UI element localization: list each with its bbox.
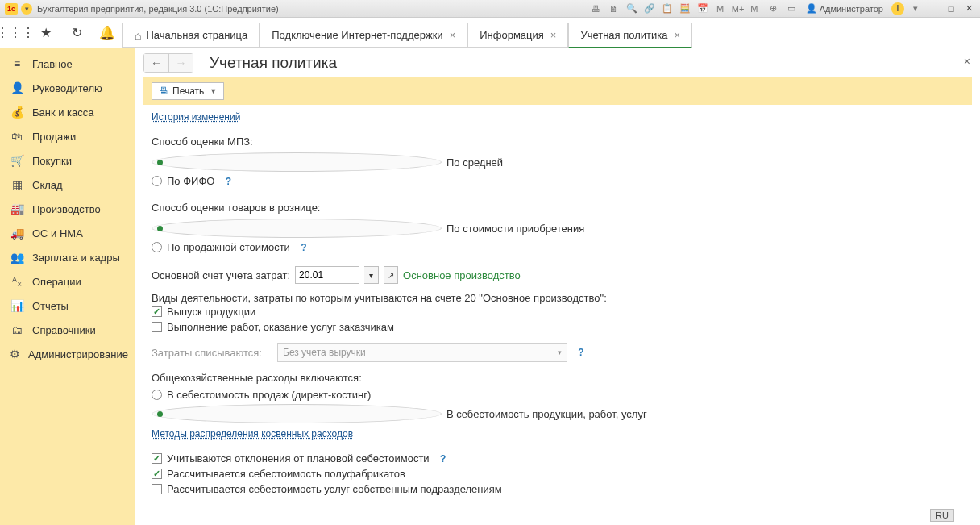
history-link[interactable]: История изменений — [152, 111, 240, 123]
m-icon[interactable]: М — [714, 2, 727, 15]
chevron-down-icon: ▼ — [210, 87, 217, 95]
checkbox-icon — [152, 453, 162, 464]
writeoff-label: Затраты списываются: — [152, 347, 272, 359]
notifications-icon[interactable]: 🔔 — [92, 18, 122, 48]
calendar-icon[interactable]: 📅 — [696, 2, 709, 15]
sidebar: ≡Главное 👤Руководителю 💰Банк и касса 🛍Пр… — [0, 48, 135, 525]
close-button[interactable]: ✕ — [962, 3, 975, 15]
checkbox-services[interactable]: Выполнение работ, оказание услуг заказчи… — [152, 319, 964, 335]
help-icon[interactable]: ? — [438, 453, 449, 465]
radio-icon — [152, 152, 442, 172]
dropdown-button[interactable]: ▾ — [364, 266, 379, 284]
writeoff-select[interactable]: Без учета выручки ▾ — [277, 343, 567, 362]
radio-label: По стоимости приобретения — [446, 223, 584, 235]
sidebar-item-directories[interactable]: 🗂Справочники — [0, 318, 135, 342]
sidebar-item-operations[interactable]: ᴬₓОперации — [0, 269, 135, 294]
content-header: ← → Учетная политика × — [135, 48, 980, 77]
help-icon[interactable]: ? — [222, 176, 234, 187]
account-label: Основной счет учета затрат: — [152, 269, 290, 281]
home-icon: ⌂ — [135, 29, 141, 42]
help-icon[interactable]: ? — [575, 347, 587, 358]
user-menu[interactable]: 👤 Администратор — [806, 3, 883, 14]
tab-close-icon[interactable]: × — [550, 29, 557, 41]
user-label: Администратор — [820, 4, 883, 14]
info-dropdown[interactable]: ▾ — [909, 2, 922, 15]
content: ← → Учетная политика × 🖶 Печать ▼ Истори… — [135, 48, 980, 525]
radio-overhead-direct[interactable]: В себестоимость продаж (директ-костинг) — [152, 387, 964, 402]
manager-icon: 👤 — [10, 81, 24, 94]
info-icon[interactable]: i — [891, 2, 904, 15]
radio-retail-sale[interactable]: По продажной стоимости? — [152, 240, 964, 255]
radio-label: В себестоимость продукции, работ, услуг — [446, 408, 647, 420]
m-plus-icon[interactable]: М+ — [732, 2, 745, 15]
indirect-link[interactable]: Методы распределения косвенных расходов — [152, 428, 353, 440]
sidebar-item-salary[interactable]: 👥Зарплата и кадры — [0, 245, 135, 269]
doc-icon[interactable]: 🗎 — [608, 2, 621, 15]
sidebar-label: Руководителю — [32, 82, 102, 94]
radio-mpz-average[interactable]: По средней — [152, 151, 964, 173]
clipboard-icon[interactable]: 📋 — [661, 2, 674, 15]
tab-info[interactable]: Информация × — [467, 23, 568, 48]
sidebar-item-main[interactable]: ≡Главное — [0, 52, 135, 76]
language-indicator: RU — [930, 509, 954, 522]
radio-label: По средней — [446, 156, 503, 169]
checkbox-release[interactable]: Выпуск продукции — [152, 304, 964, 319]
back-button[interactable]: ← — [144, 54, 168, 72]
window-title: Бухгалтерия предприятия, редакция 3.0 (1… — [37, 4, 279, 14]
tab-close-icon[interactable]: × — [675, 29, 681, 41]
tab-home[interactable]: ⌂ Начальная страница — [122, 23, 260, 48]
page-title: Учетная политика — [210, 54, 337, 72]
print-label: Печать — [172, 85, 204, 97]
truck-icon: 🚚 — [10, 227, 24, 240]
print-icon[interactable]: 🖶 — [590, 2, 603, 15]
gear-icon: ⚙ — [10, 348, 20, 360]
checkbox-semifinished[interactable]: Рассчитывается себестоимость полуфабрика… — [152, 466, 964, 481]
sidebar-item-assets[interactable]: 🚚ОС и НМА — [0, 221, 135, 245]
print-button[interactable]: 🖶 Печать ▼ — [152, 82, 224, 100]
forward-button[interactable]: → — [168, 54, 193, 72]
sidebar-item-sales[interactable]: 🛍Продажи — [0, 124, 135, 148]
m-minus-icon[interactable]: М- — [750, 2, 762, 15]
sidebar-item-admin[interactable]: ⚙Администрирование — [0, 342, 135, 366]
apps-icon[interactable]: ⋮⋮⋮ — [0, 18, 31, 48]
search-icon[interactable]: 🔍 — [625, 2, 638, 15]
zoom-icon[interactable]: ⊕ — [767, 2, 780, 15]
sidebar-item-manager[interactable]: 👤Руководителю — [0, 76, 135, 100]
radio-label: По ФИФО — [167, 175, 214, 187]
tab-accounting-policy[interactable]: Учетная политика × — [568, 23, 692, 48]
radio-icon — [152, 404, 442, 423]
tab-label: Подключение Интернет-поддержки — [272, 29, 442, 41]
tab-internet-support[interactable]: Подключение Интернет-поддержки × — [260, 23, 467, 48]
panel-close-icon[interactable]: × — [964, 55, 970, 68]
sidebar-item-reports[interactable]: 📊Отчеты — [0, 294, 135, 318]
menu-icon: ≡ — [10, 57, 24, 70]
link-icon[interactable]: 🔗 — [643, 2, 656, 15]
tab-close-icon[interactable]: × — [450, 29, 456, 41]
sidebar-item-purchases[interactable]: 🛒Покупки — [0, 148, 135, 173]
calc-icon[interactable]: 🧮 — [679, 2, 691, 15]
radio-overhead-cost[interactable]: В себестоимость продукции, работ, услуг — [152, 402, 964, 425]
titlebar-dropdown[interactable]: ▾ — [21, 3, 32, 15]
sidebar-item-warehouse[interactable]: ▦Склад — [0, 173, 135, 197]
sidebar-label: Производство — [32, 203, 101, 215]
sidebar-item-bank[interactable]: 💰Банк и касса — [0, 100, 135, 124]
history-icon[interactable]: ↻ — [61, 18, 92, 48]
action-bar: 🖶 Печать ▼ — [143, 77, 972, 105]
radio-retail-cost[interactable]: По стоимости приобретения — [152, 217, 964, 240]
open-button[interactable]: ↗ — [384, 266, 398, 284]
warehouse-icon: ▦ — [10, 178, 24, 191]
maximize-button[interactable]: □ — [945, 3, 957, 15]
form-scroll[interactable]: История изменений Способ оценки МПЗ: По … — [135, 111, 980, 525]
radio-mpz-fifo[interactable]: По ФИФО? — [152, 173, 964, 189]
sidebar-label: Главное — [32, 58, 73, 70]
account-input[interactable] — [295, 266, 359, 284]
minimize-button[interactable]: — — [927, 3, 940, 15]
help-icon[interactable]: ? — [298, 242, 309, 253]
checkbox-plan-deviations[interactable]: Учитываются отклонения от плановой себес… — [152, 451, 964, 466]
checkbox-label: Рассчитывается себестоимость услуг собст… — [167, 483, 502, 495]
checkbox-own-services[interactable]: Рассчитывается себестоимость услуг собст… — [152, 481, 964, 497]
favorite-icon[interactable]: ★ — [31, 18, 61, 48]
titlebar: 1с ▾ Бухгалтерия предприятия, редакция 3… — [0, 0, 980, 18]
layout-icon[interactable]: ▭ — [785, 2, 798, 15]
sidebar-item-production[interactable]: 🏭Производство — [0, 197, 135, 221]
